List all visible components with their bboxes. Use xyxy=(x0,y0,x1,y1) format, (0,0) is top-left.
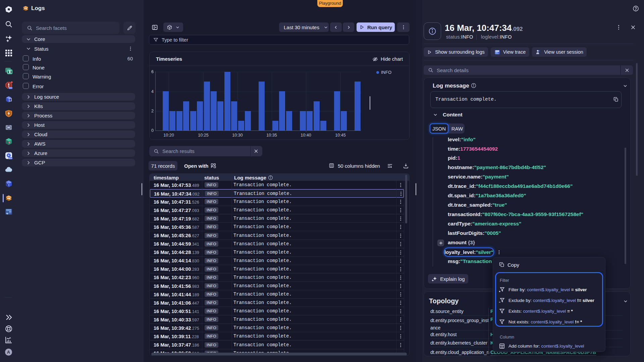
svg-text:NEW: NEW xyxy=(9,87,12,89)
svg-text:NEW: NEW xyxy=(8,158,12,159)
svg-text:db: db xyxy=(7,213,8,215)
